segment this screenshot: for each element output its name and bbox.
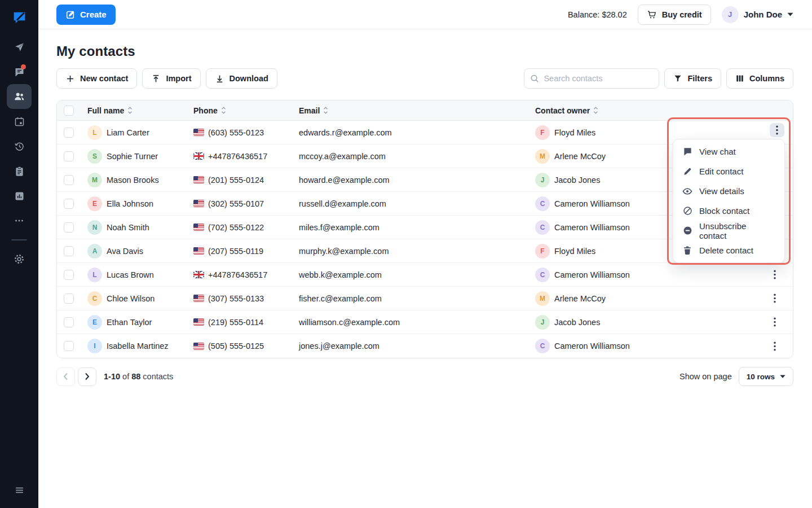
compose-icon bbox=[65, 10, 76, 20]
sidebar-item-settings[interactable] bbox=[7, 247, 32, 271]
menu-item-edit-contact[interactable]: Edit contact bbox=[673, 161, 784, 181]
filters-button[interactable]: Filters bbox=[664, 68, 721, 89]
menu-item-view-chat[interactable]: View chat bbox=[673, 142, 784, 161]
column-header-contact-owner[interactable]: Contact owner bbox=[535, 106, 598, 115]
download-label: Download bbox=[230, 74, 268, 83]
sidebar-divider bbox=[11, 239, 27, 240]
new-contact-label: New contact bbox=[80, 74, 128, 83]
buy-credit-button[interactable]: Buy credit bbox=[638, 5, 711, 25]
total-count: 88 bbox=[131, 372, 140, 381]
contacts-icon bbox=[13, 90, 25, 103]
topbar: Create Balance: $28.02 Buy credit J John… bbox=[38, 0, 812, 29]
contact-phone: (201) 555-0124 bbox=[208, 176, 264, 185]
buy-credit-label: Buy credit bbox=[662, 10, 702, 19]
contact-name: Lucas Brown bbox=[107, 270, 154, 279]
contact-phone: +447876436517 bbox=[208, 270, 267, 279]
row-checkbox[interactable] bbox=[64, 199, 74, 209]
sidebar-collapse-button[interactable] bbox=[7, 478, 32, 502]
owner-name: Floyd Miles bbox=[554, 128, 595, 137]
user-menu[interactable]: J John Doe bbox=[722, 6, 793, 23]
table-row[interactable]: L Lucas Brown +447876436517 webb.k@examp… bbox=[57, 263, 793, 287]
contact-phone: (702) 555-0122 bbox=[208, 223, 264, 232]
contact-phone: (505) 555-0125 bbox=[208, 341, 264, 351]
row-checkbox[interactable] bbox=[64, 270, 74, 280]
contact-phone: (219) 555-0114 bbox=[208, 318, 263, 327]
contact-phone: (207) 555-0119 bbox=[208, 247, 263, 256]
country-flag-icon bbox=[193, 318, 204, 326]
column-header-phone[interactable]: Phone bbox=[193, 106, 226, 115]
sidebar-item-history[interactable] bbox=[7, 134, 32, 159]
contact-avatar: L bbox=[87, 268, 102, 282]
owner-avatar: F bbox=[535, 125, 550, 140]
contact-name: Ava Davis bbox=[107, 247, 143, 256]
contact-avatar: E bbox=[87, 196, 102, 211]
contact-email: russell.d@example.com bbox=[299, 192, 535, 215]
rows-per-page-select[interactable]: 10 rows bbox=[739, 367, 793, 386]
sidebar-item-contacts[interactable] bbox=[7, 84, 32, 109]
chevron-down-icon bbox=[787, 12, 793, 16]
table-row[interactable]: E Ethan Taylor (219) 555-0114 williamson… bbox=[57, 310, 793, 334]
row-actions-menu: View chat Edit contact View details Bloc… bbox=[673, 139, 785, 263]
prev-page-button[interactable] bbox=[56, 367, 75, 386]
row-checkbox[interactable] bbox=[64, 175, 74, 185]
row-actions-kebab-icon[interactable] bbox=[769, 292, 781, 305]
select-all-checkbox[interactable] bbox=[64, 106, 74, 116]
column-header-email[interactable]: Email bbox=[299, 106, 328, 115]
table-row[interactable]: C Chloe Wilson (307) 555-0133 fisher.c@e… bbox=[57, 287, 793, 310]
row-actions-kebab-icon[interactable] bbox=[769, 339, 781, 353]
row-actions-kebab-button-active[interactable] bbox=[770, 123, 784, 137]
row-checkbox[interactable] bbox=[64, 222, 74, 233]
contact-avatar: N bbox=[87, 220, 102, 235]
new-contact-button[interactable]: New contact bbox=[56, 68, 137, 89]
table-row[interactable]: I Isabella Martinez (505) 555-0125 jones… bbox=[57, 334, 793, 358]
row-checkbox[interactable] bbox=[64, 128, 74, 138]
page-title: My contacts bbox=[56, 43, 793, 59]
owner-avatar: J bbox=[535, 315, 550, 330]
owner-name: Jacob Jones bbox=[554, 318, 600, 327]
column-header-full-name[interactable]: Full name bbox=[87, 106, 133, 115]
owner-name: Cameron Williamson bbox=[554, 199, 630, 208]
sidebar-item-campaigns[interactable] bbox=[7, 34, 32, 59]
owner-name: Arlene McCoy bbox=[554, 294, 606, 303]
menu-item-block-contact[interactable]: Block contact bbox=[673, 201, 784, 221]
menu-item-unsubscribe-contact[interactable]: Unsubscribe contact bbox=[673, 221, 784, 240]
contact-avatar: L bbox=[87, 125, 102, 140]
sidebar-item-calendar[interactable] bbox=[7, 109, 32, 134]
row-checkbox[interactable] bbox=[64, 246, 74, 256]
trash-icon bbox=[682, 246, 692, 255]
sidebar-item-more[interactable] bbox=[7, 208, 32, 233]
row-checkbox[interactable] bbox=[64, 341, 74, 351]
menu-item-delete-contact[interactable]: Delete contact bbox=[673, 240, 784, 260]
contact-avatar: A bbox=[87, 244, 102, 259]
sidebar-item-chats[interactable] bbox=[7, 59, 32, 84]
menu-icon bbox=[14, 485, 25, 496]
search-input[interactable] bbox=[524, 68, 659, 89]
sidebar bbox=[0, 0, 38, 508]
contact-avatar: I bbox=[87, 339, 102, 353]
row-checkbox[interactable] bbox=[64, 151, 74, 161]
row-checkbox[interactable] bbox=[64, 317, 74, 327]
pagination-summary: 1-10 of 88 contacts bbox=[104, 372, 173, 381]
contact-name: Ethan Taylor bbox=[107, 318, 152, 327]
menu-item-view-details[interactable]: View details bbox=[673, 181, 784, 201]
download-button[interactable]: Download bbox=[206, 68, 277, 89]
columns-button[interactable]: Columns bbox=[726, 68, 793, 89]
import-button[interactable]: Import bbox=[142, 68, 200, 89]
contact-email: williamson.c@example.com bbox=[299, 310, 535, 334]
row-checkbox[interactable] bbox=[64, 294, 74, 304]
create-button[interactable]: Create bbox=[56, 5, 116, 25]
filter-icon bbox=[673, 74, 682, 83]
row-actions-kebab-icon[interactable] bbox=[769, 316, 781, 329]
country-flag-icon bbox=[193, 343, 204, 350]
contact-email: edwards.r@example.com bbox=[299, 121, 535, 144]
next-page-button[interactable] bbox=[78, 367, 96, 386]
chat-icon bbox=[682, 147, 692, 156]
contact-email: fisher.c@example.com bbox=[299, 287, 535, 310]
row-actions-kebab-icon[interactable] bbox=[769, 268, 781, 282]
history-icon bbox=[14, 141, 25, 152]
sidebar-item-tasks[interactable] bbox=[7, 159, 32, 183]
rows-per-page-value: 10 rows bbox=[747, 373, 775, 381]
page-range: 1-10 bbox=[104, 372, 120, 381]
app-logo-icon[interactable] bbox=[10, 7, 29, 27]
sidebar-item-analytics[interactable] bbox=[7, 183, 32, 208]
